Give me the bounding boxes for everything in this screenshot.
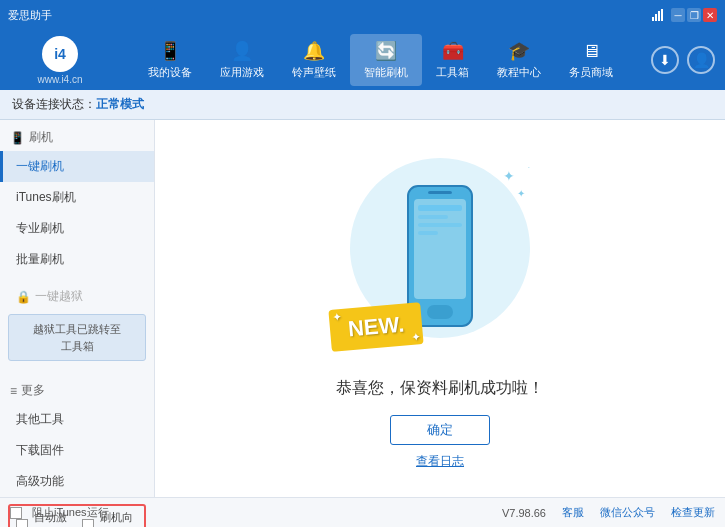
sidebar-batch-flash[interactable]: 批量刷机 <box>0 244 154 275</box>
tutorials-icon: 🎓 <box>508 40 530 62</box>
close-button[interactable]: ✕ <box>703 8 717 22</box>
restore-button[interactable]: ❐ <box>687 8 701 22</box>
titlebar: 爱思助手 ─ ❐ ✕ <box>0 0 725 30</box>
sparkle-1: ✦ <box>503 168 515 184</box>
lock-icon: 🔒 <box>16 290 31 304</box>
log-link-label: 查看日志 <box>416 454 464 468</box>
service-icon: 🖥 <box>582 41 600 62</box>
confirm-button[interactable]: 确定 <box>390 415 490 445</box>
app-title: 爱思助手 <box>8 8 52 23</box>
more-section-icon: ≡ <box>10 384 17 398</box>
confirm-button-label: 确定 <box>427 421 453 439</box>
logo: i4 www.i4.cn <box>10 36 110 85</box>
success-text: 恭喜您，保资料刷机成功啦！ <box>336 378 544 399</box>
smart-flash-icon: 🔄 <box>375 40 397 62</box>
logo-url: www.i4.cn <box>37 74 82 85</box>
my-device-icon: 📱 <box>159 40 181 62</box>
sidebar-other-tools[interactable]: 其他工具 <box>0 404 154 435</box>
more-section-label: 更多 <box>21 382 45 399</box>
nav-service[interactable]: 🖥 务员商域 <box>555 35 627 86</box>
guide-checkbox[interactable] <box>82 519 94 527</box>
wifi-icon <box>651 8 665 22</box>
apps-games-icon: 👤 <box>231 40 253 62</box>
itunes-flash-label: iTunes刷机 <box>16 190 76 204</box>
nav-ringtones-label: 铃声壁纸 <box>292 65 336 80</box>
statusbar: 设备连接状态： 正常模式 <box>0 90 725 120</box>
logo-icon: i4 <box>42 36 78 72</box>
sparkle-3: · <box>528 163 530 172</box>
jailbreak-label: 一键越狱 <box>35 288 83 305</box>
new-label: NEW. <box>347 311 405 341</box>
flash-section: 📱 刷机 一键刷机 iTunes刷机 专业刷机 批量刷机 <box>0 124 154 275</box>
check-update-label[interactable]: 检查更新 <box>671 505 715 520</box>
notice-line2: 工具箱 <box>61 340 94 352</box>
status-prefix: 设备连接状态： <box>12 96 96 113</box>
more-section: ≡ 更多 其他工具 下载固件 高级功能 <box>0 377 154 497</box>
pro-flash-label: 专业刷机 <box>16 221 64 235</box>
one-key-flash-label: 一键刷机 <box>16 159 64 173</box>
advanced-label: 高级功能 <box>16 474 64 488</box>
sidebar-pro-flash[interactable]: 专业刷机 <box>0 213 154 244</box>
log-link[interactable]: 查看日志 <box>416 453 464 470</box>
ringtones-icon: 🔔 <box>303 40 325 62</box>
svg-rect-3 <box>661 9 663 21</box>
version-label: V7.98.66 <box>502 507 546 519</box>
svg-rect-0 <box>652 17 654 21</box>
main-nav: 📱 我的设备 👤 应用游戏 🔔 铃声壁纸 🔄 智能刷机 🧰 工具箱 🎓 教程中心… <box>110 34 651 86</box>
other-tools-label: 其他工具 <box>16 412 64 426</box>
sidebar-download-firmware[interactable]: 下载固件 <box>0 435 154 466</box>
nav-my-device-label: 我的设备 <box>148 65 192 80</box>
svg-rect-11 <box>418 231 438 235</box>
jailbreak-disabled: 🔒 一键越狱 <box>0 283 154 310</box>
bottom-right: V7.98.66 客服 微信公众号 检查更新 <box>502 505 715 520</box>
header-right: ⬇ 👤 <box>651 46 715 74</box>
more-section-header: ≡ 更多 <box>0 377 154 404</box>
new-ribbon: NEW. <box>328 302 424 352</box>
nav-ringtones[interactable]: 🔔 铃声壁纸 <box>278 34 350 86</box>
svg-rect-5 <box>414 199 466 299</box>
main-area: 📱 刷机 一键刷机 iTunes刷机 专业刷机 批量刷机 🔒 一键越狱 越狱工具… <box>0 120 725 497</box>
nav-toolbox-label: 工具箱 <box>436 65 469 80</box>
flash-section-label: 刷机 <box>29 129 53 146</box>
svg-rect-6 <box>427 305 453 319</box>
sidebar-itunes-flash[interactable]: iTunes刷机 <box>0 182 154 213</box>
window-controls: ─ ❐ ✕ <box>651 8 717 22</box>
main-content: ✦ ✦ · <box>155 120 725 497</box>
minimize-button[interactable]: ─ <box>671 8 685 22</box>
nav-smart-flash-label: 智能刷机 <box>364 65 408 80</box>
sidebar-advanced[interactable]: 高级功能 <box>0 466 154 497</box>
svg-rect-2 <box>658 11 660 21</box>
svg-rect-8 <box>418 205 462 211</box>
itunes-checkbox[interactable] <box>10 507 22 519</box>
svg-rect-1 <box>655 14 657 21</box>
user-button[interactable]: 👤 <box>687 46 715 74</box>
nav-my-device[interactable]: 📱 我的设备 <box>134 34 206 86</box>
svg-rect-7 <box>428 191 452 194</box>
sidebar-one-key-flash[interactable]: 一键刷机 <box>0 151 154 182</box>
nav-tutorials[interactable]: 🎓 教程中心 <box>483 34 555 86</box>
nav-service-label: 务员商域 <box>569 65 613 80</box>
status-mode: 正常模式 <box>96 96 144 113</box>
flash-section-icon: 📱 <box>10 131 25 145</box>
nav-smart-flash[interactable]: 🔄 智能刷机 <box>350 34 422 86</box>
toolbox-icon: 🧰 <box>442 40 464 62</box>
batch-flash-label: 批量刷机 <box>16 252 64 266</box>
nav-apps-games[interactable]: 👤 应用游戏 <box>206 34 278 86</box>
download-button[interactable]: ⬇ <box>651 46 679 74</box>
notice-line1: 越狱工具已跳转至 <box>33 323 121 335</box>
svg-rect-10 <box>418 223 462 227</box>
nav-toolbox[interactable]: 🧰 工具箱 <box>422 34 483 86</box>
itunes-label: 阻止iTunes运行 <box>32 505 109 520</box>
new-badge: NEW. <box>330 306 422 348</box>
auto-activate-checkbox[interactable] <box>16 519 28 527</box>
wechat-label[interactable]: 微信公众号 <box>600 505 655 520</box>
jailbreak-notice: 越狱工具已跳转至 工具箱 <box>8 314 146 361</box>
client-label[interactable]: 客服 <box>562 505 584 520</box>
download-firmware-label: 下载固件 <box>16 443 64 457</box>
sidebar: 📱 刷机 一键刷机 iTunes刷机 专业刷机 批量刷机 🔒 一键越狱 越狱工具… <box>0 120 155 497</box>
nav-apps-games-label: 应用游戏 <box>220 65 264 80</box>
flash-section-header: 📱 刷机 <box>0 124 154 151</box>
phone-illustration: ✦ ✦ · <box>340 148 540 368</box>
nav-tutorials-label: 教程中心 <box>497 65 541 80</box>
header: i4 www.i4.cn 📱 我的设备 👤 应用游戏 🔔 铃声壁纸 🔄 智能刷机… <box>0 30 725 90</box>
